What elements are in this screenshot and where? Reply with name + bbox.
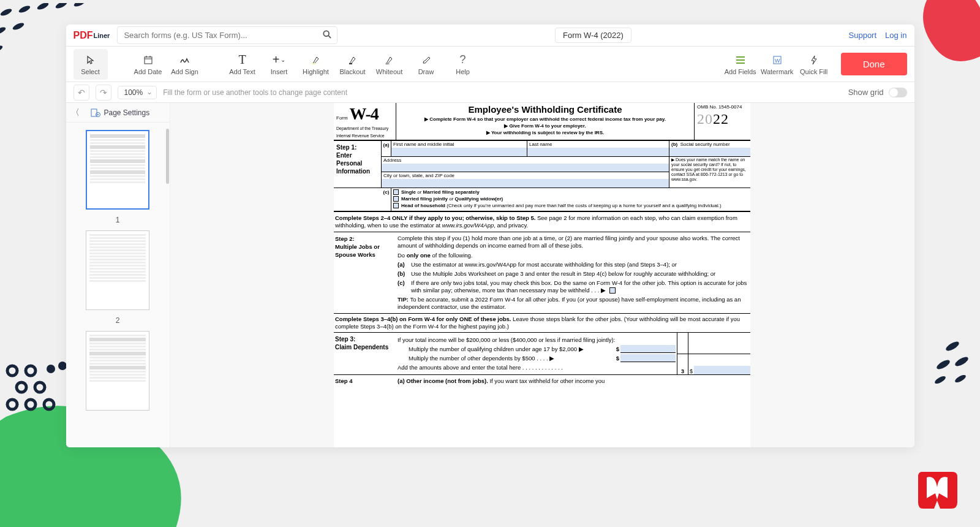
cell-c: (c) [382,188,391,211]
tool-select[interactable]: Select [74,49,108,80]
input-firstname[interactable] [391,148,527,156]
page-settings-label: Page Settings [104,108,150,117]
checkbox-hoh[interactable] [393,203,399,208]
tool-add-text[interactable]: T Add Text [225,49,260,80]
hint-text: Fill the form or use another tools to ch… [163,88,347,97]
tool-help[interactable]: ? Help [446,49,480,80]
svg-point-18 [26,400,36,409]
sign-icon [179,53,190,67]
step3-line3: Add the amounts above and enter the tota… [398,363,676,372]
svg-point-8 [944,340,960,353]
sub-bar: ↶ ↷ 100% Fill the form or use another to… [66,82,914,103]
text-icon: T [238,53,246,67]
input-address[interactable] [382,164,669,172]
svg-point-10 [954,355,970,368]
document-viewport[interactable]: Form W-4 Department of the Treasury Inte… [170,103,914,447]
form-title: Employee's Withholding Certificate [400,104,690,115]
form-label: Form [336,115,348,121]
step3-title: Step 3: [335,335,395,343]
year-22: 22 [713,111,729,127]
checkbox-step2c[interactable] [609,287,616,294]
brush-icon [421,53,431,67]
tool-help-label: Help [456,68,470,75]
svg-point-3 [55,3,68,10]
top-links: Support Log in [849,31,907,40]
step1-title: Step 1: [336,143,379,151]
step2-opt-a: Use the estimator at www.irs.gov/W4App f… [411,261,749,268]
thumb-page-1[interactable] [86,130,149,210]
checkbox-single[interactable] [393,189,399,195]
svg-point-14 [26,366,36,376]
tool-add-fields-label: Add Fields [725,68,756,75]
cursor-icon [86,53,96,67]
page-settings-button[interactable]: Page Settings [91,108,150,117]
undo-button[interactable]: ↶ [74,85,89,100]
svg-line-23 [329,36,331,38]
grid-toggle[interactable] [889,88,907,97]
thumb-page-3[interactable] [86,331,149,411]
step2-sub: Multiple Jobs or Spouse Works [335,243,395,259]
form-name-pill: Form W-4 (2022) [555,28,631,43]
tool-quick-fill[interactable]: Quick Fill [797,49,831,80]
blackout-icon [348,53,358,67]
svg-point-0 [0,7,13,17]
login-link[interactable]: Log in [885,31,907,40]
support-link[interactable]: Support [849,31,877,40]
tool-draw[interactable]: Draw [409,49,443,80]
step4-a-text: If you want tax withheld for other incom… [488,377,605,384]
svg-point-16 [35,382,45,392]
para1-bold: Complete Steps 2–4 ONLY if they apply to… [335,214,535,221]
cell-b: (b) [671,142,677,147]
search-icon[interactable] [323,30,331,40]
tool-watermark[interactable]: W Watermark [760,49,794,80]
input-step3-total[interactable] [694,366,750,374]
tool-blackout[interactable]: Blackout [336,49,370,80]
step4-title: Step 4 [335,377,398,385]
label-lastname: Last name [527,141,669,148]
tool-add-date[interactable]: Add Date [131,49,165,80]
label-address: Address [382,157,669,164]
zoom-select[interactable]: 100% [118,86,157,99]
tool-whiteout[interactable]: Whiteout [372,49,407,80]
svg-point-38 [97,114,99,115]
form-sub1: ▶ Complete Form W-4 so that your employe… [400,116,690,123]
step2-tip-label: TIP: [398,296,409,303]
plus-icon: +⌄ [273,53,286,67]
logo-pdf: PDF [74,30,93,41]
top-bar: PDFLiner Form W-4 (2022) Support Log in [66,25,914,47]
thumbs-scrollbar[interactable] [165,123,170,447]
svg-point-6 [12,21,25,31]
sidebar-back[interactable]: 〈 [71,107,80,118]
opt-hoh-note: (Check only if you're unmarried and pay … [445,203,722,208]
input-ssn[interactable] [669,148,750,156]
show-grid-label: Show grid [848,88,884,97]
tool-insert[interactable]: +⌄ Insert [262,49,296,80]
thumb-page-2[interactable] [86,230,149,310]
tool-add-sign[interactable]: Add Sign [168,49,202,80]
input-step3-children[interactable] [620,345,676,353]
watermark-icon: W [772,53,782,67]
svg-point-2 [36,3,50,11]
search-input[interactable] [117,26,337,44]
done-button[interactable]: Done [841,53,907,75]
page-settings-icon [91,108,100,117]
input-step3-other[interactable] [620,354,676,362]
step2-title: Step 2: [335,235,395,243]
step2-intro: Complete this step if you (1) hold more … [398,235,749,249]
step3-line1: Multiply the number of qualifying childr… [409,344,614,354]
step2-opt-c: If there are only two jobs total, you ma… [411,279,747,294]
checkbox-mfj[interactable] [393,196,399,202]
tool-watermark-label: Watermark [761,68,793,75]
input-lastname[interactable] [527,148,669,156]
form-sub2: ▶ Give Form W-4 to your employer. [400,123,690,129]
redo-button[interactable]: ↷ [96,85,111,100]
logo[interactable]: PDFLiner [74,30,110,41]
dept-irs: Internal Revenue Service [336,134,393,138]
tool-add-date-label: Add Date [134,68,162,75]
input-city[interactable] [382,179,669,188]
step3-sub: Claim Dependents [335,343,395,351]
tool-add-fields[interactable]: Add Fields [723,49,758,80]
bolt-icon [810,53,818,67]
tool-highlight[interactable]: Highlight [299,49,333,80]
label-ssn: Social security number [680,142,730,147]
